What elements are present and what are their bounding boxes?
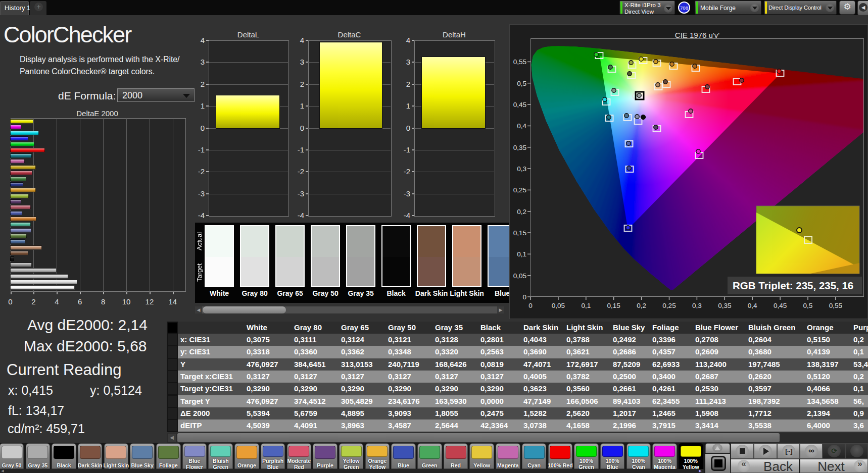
svg-text:0,4: 0,4 [517, 122, 526, 130]
svg-text:0: 0 [522, 293, 526, 301]
svg-text:0,3: 0,3 [517, 165, 526, 173]
svg-text:0,15: 0,15 [513, 229, 526, 237]
svg-text:RGB Triplet: 235, 235, 16: RGB Triplet: 235, 235, 16 [733, 280, 853, 291]
svg-text:0,45: 0,45 [513, 101, 526, 109]
svg-text:0,05: 0,05 [552, 302, 565, 309]
svg-text:0,25: 0,25 [513, 186, 526, 194]
svg-text:0,5: 0,5 [517, 80, 526, 87]
svg-text:0,5: 0,5 [803, 302, 813, 309]
svg-text:0,25: 0,25 [662, 302, 676, 309]
svg-text:0,1: 0,1 [581, 302, 591, 309]
svg-text:0,35: 0,35 [513, 144, 526, 151]
svg-text:0,1: 0,1 [517, 250, 526, 258]
svg-text:0,35: 0,35 [718, 302, 731, 309]
svg-text:0,3: 0,3 [692, 302, 702, 309]
svg-text:0,15: 0,15 [607, 302, 620, 309]
svg-text:0,55: 0,55 [829, 302, 842, 309]
svg-text:0,2: 0,2 [637, 302, 646, 309]
svg-text:0,2: 0,2 [517, 208, 526, 216]
svg-text:0,4: 0,4 [748, 302, 757, 309]
svg-text:0,55: 0,55 [513, 58, 526, 66]
svg-text:0: 0 [528, 302, 533, 309]
svg-text:0,45: 0,45 [774, 302, 787, 309]
svg-text:0,05: 0,05 [513, 272, 526, 280]
